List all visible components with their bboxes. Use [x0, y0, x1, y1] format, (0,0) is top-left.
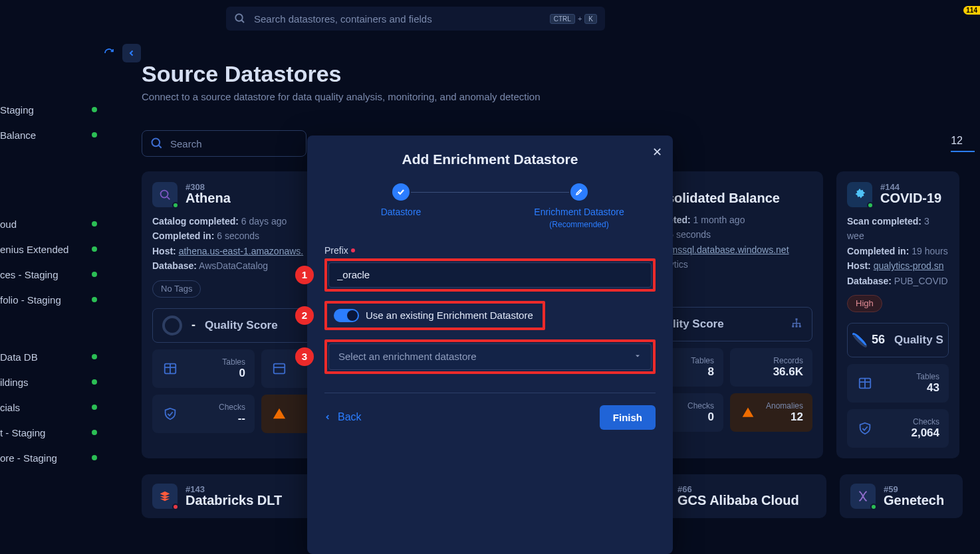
- status-dot-icon: [92, 221, 97, 227]
- list-search[interactable]: [142, 130, 306, 157]
- datastore-card-covid[interactable]: #144 COVID-19 Scan completed: 3 wee Comp…: [836, 171, 959, 458]
- datastore-icon: [847, 182, 872, 207]
- table-icon: [271, 360, 288, 377]
- sidebar-item[interactable]: cials: [0, 395, 106, 420]
- close-icon[interactable]: ✕: [652, 145, 662, 159]
- shortcut-hint: CTRL + K: [550, 14, 597, 24]
- warning-icon: [271, 405, 288, 422]
- status-dot-icon: [92, 297, 97, 302]
- svg-rect-12: [792, 325, 794, 327]
- sidebar-item[interactable]: ces - Staging: [0, 262, 106, 287]
- finish-button[interactable]: Finish: [600, 405, 656, 430]
- datastore-name: GCS Alibaba Cloud: [677, 493, 799, 508]
- svg-line-5: [167, 197, 170, 199]
- sidebar-item[interactable]: ore - Staging: [0, 445, 106, 470]
- no-tags-chip[interactable]: No Tags: [152, 280, 201, 298]
- table-icon: [856, 375, 874, 392]
- collapse-button[interactable]: [122, 44, 141, 62]
- toggle-label: Use an existing Enrichment Datastore: [366, 310, 533, 321]
- datastore-meta: Scan completed: 3 wee Completed in: 19 h…: [847, 214, 949, 288]
- modal-title: Add Enrichment Datastore: [324, 151, 656, 167]
- stat-checks: Checks2,064: [847, 409, 949, 448]
- datastore-name: Athena: [185, 191, 231, 206]
- use-existing-toggle[interactable]: [334, 309, 359, 322]
- required-icon: [351, 248, 355, 252]
- status-dot-icon: [92, 246, 97, 252]
- stat-tables: Tables0: [152, 349, 255, 388]
- svg-rect-11: [796, 318, 798, 320]
- sidebar-item[interactable]: Data DB: [0, 344, 106, 369]
- sidebar-item[interactable]: folio - Staging: [0, 287, 106, 312]
- svg-rect-9: [274, 363, 285, 373]
- step-done-icon: [392, 183, 410, 201]
- svg-line-3: [159, 145, 162, 148]
- datastore-icon: [152, 182, 178, 207]
- sidebar-item[interactable]: oud: [0, 211, 106, 236]
- datastore-name: Genetech: [884, 493, 944, 508]
- global-search[interactable]: CTRL + K: [226, 7, 605, 31]
- sidebar-item[interactable]: Balance: [0, 122, 106, 147]
- result-count: 12: [951, 135, 975, 152]
- shield-check-icon: [856, 420, 874, 437]
- annotation-badge: 3: [295, 347, 314, 366]
- stat-checks: Checks--: [152, 395, 255, 433]
- datastore-icon: [152, 484, 178, 509]
- stat-anomalies: Anomalies12: [730, 393, 812, 432]
- svg-rect-13: [796, 325, 798, 327]
- global-search-input[interactable]: [253, 13, 543, 25]
- annotation-box-1: 1: [324, 258, 656, 292]
- stepper: Datastore Enrichment Datastore(Recommend…: [324, 183, 656, 231]
- sidebar-item[interactable]: enius Extended: [0, 236, 106, 262]
- back-button[interactable]: Back: [324, 411, 362, 423]
- sidebar: Staging Balance oud enius Extended ces -…: [0, 97, 106, 470]
- add-enrichment-modal: ✕ Add Enrichment Datastore Datastore Enr…: [307, 136, 673, 554]
- page-subtitle: Connect to a source datastore for data q…: [142, 91, 975, 102]
- tag-high[interactable]: High: [847, 295, 882, 312]
- svg-rect-14: [799, 325, 801, 327]
- notification-badge[interactable]: 114: [963, 4, 980, 15]
- refresh-icon[interactable]: [101, 45, 117, 61]
- table-icon: [162, 360, 179, 377]
- svg-point-0: [235, 14, 243, 21]
- status-dot-icon: [92, 405, 97, 410]
- status-dot-icon: [92, 107, 97, 112]
- prefix-input[interactable]: [328, 262, 652, 288]
- status-dot-icon: [92, 379, 97, 385]
- enrichment-select[interactable]: Select an enrichment datastore: [328, 343, 652, 370]
- sidebar-item[interactable]: Staging: [0, 97, 106, 122]
- step-current-icon: [570, 183, 588, 201]
- shield-check-icon: [162, 405, 179, 422]
- datastore-card-genetech[interactable]: #59 Genetech: [840, 474, 963, 518]
- status-dot-icon: [92, 455, 97, 460]
- datastore-icon: [850, 484, 876, 509]
- chevron-down-icon: [634, 351, 642, 362]
- hierarchy-icon: [791, 317, 802, 331]
- status-dot-icon: [92, 132, 97, 138]
- datastore-name: Databricks DLT: [185, 493, 282, 508]
- quality-score: 56 Quality S: [847, 323, 949, 357]
- datastore-name: COVID-19: [880, 191, 941, 206]
- warning-icon: [739, 404, 757, 421]
- annotation-badge: 1: [295, 266, 314, 284]
- svg-point-2: [152, 139, 160, 147]
- svg-point-4: [161, 191, 168, 198]
- svg-line-1: [241, 20, 244, 23]
- status-dot-icon: [92, 354, 97, 359]
- sidebar-item[interactable]: ildings: [0, 369, 106, 395]
- status-dot-icon: [92, 272, 97, 277]
- annotation-box-3: 3 Select an enrichment datastore: [324, 339, 656, 374]
- prefix-label: Prefix: [324, 245, 656, 256]
- annotation-badge: 2: [295, 306, 314, 325]
- sidebar-item[interactable]: t - Staging: [0, 420, 106, 445]
- page-title: Source Datastores: [142, 61, 975, 87]
- stat-tables: Tables43: [847, 364, 949, 403]
- search-icon: [150, 137, 164, 150]
- annotation-box-2: 2 Use an existing Enrichment Datastore: [324, 301, 545, 330]
- stat-records: Records36.6K: [730, 348, 812, 387]
- status-dot-icon: [92, 430, 97, 435]
- search-icon: [234, 13, 246, 25]
- list-search-input[interactable]: [169, 138, 298, 150]
